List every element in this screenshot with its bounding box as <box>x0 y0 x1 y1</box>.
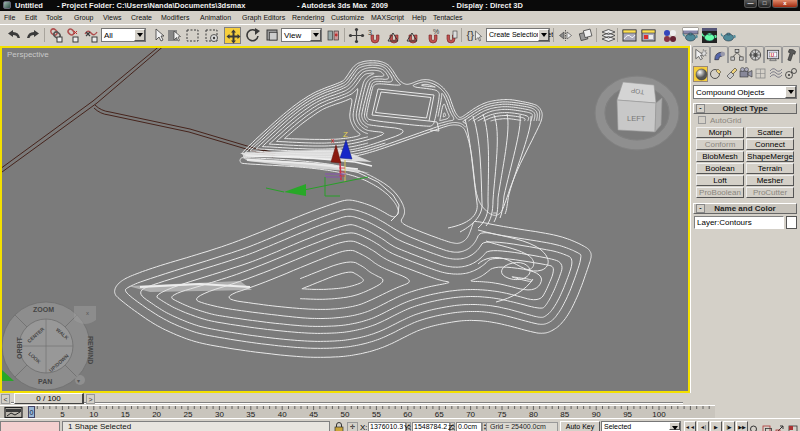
svg-text:x: x <box>86 310 89 316</box>
svg-text:%: % <box>433 28 439 35</box>
svg-text:3: 3 <box>368 29 372 36</box>
svg-text:REWIND: REWIND <box>87 336 94 364</box>
svg-text:Z: Z <box>343 130 348 139</box>
svg-text:PAN: PAN <box>38 378 52 385</box>
svg-text:ORBIT: ORBIT <box>16 337 23 360</box>
svg-text:x: x <box>331 137 335 144</box>
svg-text:ZOOM: ZOOM <box>33 306 54 313</box>
svg-text:{}: {} <box>467 29 475 41</box>
svg-text:LEFT: LEFT <box>627 114 646 123</box>
svg-text:▾: ▾ <box>77 378 80 384</box>
